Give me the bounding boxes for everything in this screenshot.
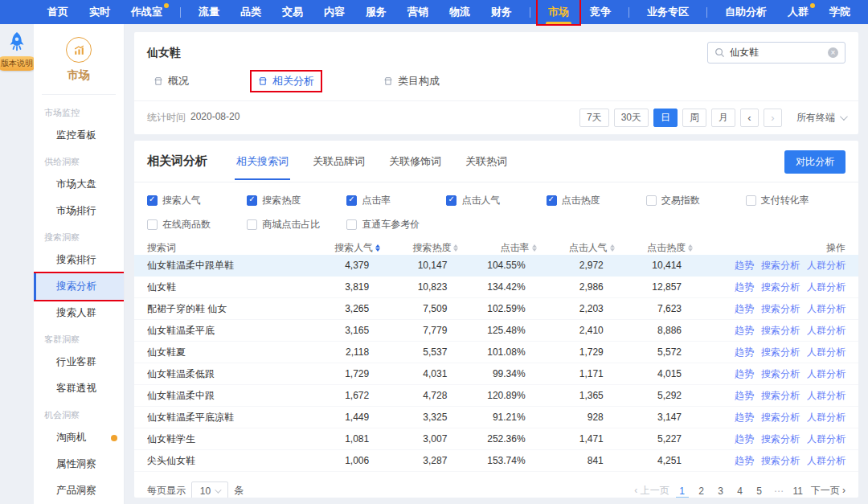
sidebar-item[interactable]: 产品洞察 [34, 477, 124, 504]
version-note-badge[interactable]: 版本说明 [0, 56, 37, 71]
crowd-analysis-link[interactable]: 人群分析 [807, 432, 845, 446]
metric-checkbox-item[interactable]: 搜索热度 [247, 194, 346, 207]
analysis-tab[interactable]: 相关搜索词 [235, 153, 290, 180]
analysis-tab[interactable]: 关联热词 [464, 153, 509, 180]
crowd-analysis-link[interactable]: 人群分析 [807, 324, 845, 338]
checkbox-icon[interactable] [147, 195, 158, 206]
topnav-item[interactable]: 品类 [230, 0, 272, 24]
prev-page-button[interactable]: ‹ 上一页 [634, 484, 669, 498]
table-column-header[interactable]: 点击率 [468, 241, 546, 255]
date-range-button[interactable]: 7天 [579, 109, 609, 127]
topnav-item[interactable]: 营销 [397, 0, 439, 24]
sort-caret-icon[interactable] [532, 244, 537, 252]
crowd-analysis-link[interactable]: 人群分析 [807, 367, 845, 381]
search-analysis-link[interactable]: 搜索分析 [761, 411, 800, 424]
search-analysis-link[interactable]: 搜索分析 [761, 454, 800, 468]
topnav-item[interactable]: 物流 [439, 0, 481, 24]
checkbox-icon[interactable] [147, 219, 158, 230]
metric-checkbox-item[interactable]: 交易指数 [646, 194, 746, 207]
sidebar-item[interactable]: 搜索排行 [34, 247, 124, 273]
sort-caret-icon[interactable] [610, 244, 615, 252]
topnav-item[interactable]: 自助分析 [714, 0, 777, 24]
table-column-header[interactable]: 搜索人气 [312, 241, 390, 255]
topnav-item[interactable]: 人群 [777, 0, 819, 24]
topnav-item[interactable] [180, 7, 181, 18]
checkbox-icon[interactable] [446, 195, 457, 206]
search-analysis-link[interactable]: 搜索分析 [761, 346, 800, 359]
metric-checkbox-item[interactable]: 直通车参考价 [346, 218, 446, 232]
metric-checkbox-item[interactable]: 点击热度 [547, 194, 646, 207]
clear-search-icon[interactable]: × [828, 47, 838, 58]
date-range-button[interactable]: 30天 [614, 109, 649, 127]
compare-analysis-button[interactable]: 对比分析 [784, 150, 845, 174]
trend-link[interactable]: 趋势 [735, 454, 754, 468]
topnav-item[interactable] [530, 7, 530, 18]
trend-link[interactable]: 趋势 [735, 346, 754, 359]
page-number[interactable]: 5 [753, 484, 766, 498]
metric-checkbox-item[interactable]: 商城点击占比 [247, 218, 346, 232]
crowd-analysis-link[interactable]: 人群分析 [807, 302, 845, 316]
topnav-item[interactable]: 首页 [37, 0, 79, 24]
checkbox-icon[interactable] [247, 219, 257, 230]
next-date-button[interactable]: › [764, 109, 782, 127]
page-tab[interactable]: 概况 [147, 72, 195, 91]
sidebar-item[interactable]: 供给洞察 [34, 149, 124, 171]
trend-link[interactable]: 趋势 [735, 432, 754, 446]
analysis-tab[interactable]: 关联修饰词 [387, 153, 443, 180]
checkbox-icon[interactable] [247, 195, 257, 206]
topnav-item[interactable] [706, 7, 707, 18]
topnav-item[interactable]: 财务 [481, 0, 522, 24]
sidebar-item[interactable]: 市场监控 [34, 100, 124, 122]
search-analysis-link[interactable]: 搜索分析 [761, 259, 800, 272]
metric-checkbox-item[interactable]: 在线商品数 [147, 218, 247, 232]
crowd-analysis-link[interactable]: 人群分析 [807, 389, 845, 403]
sidebar-item[interactable]: 客群透视 [34, 375, 124, 402]
crowd-analysis-link[interactable]: 人群分析 [807, 454, 845, 468]
metric-checkbox-item[interactable]: 搜索人气 [147, 194, 247, 207]
sort-caret-icon[interactable] [375, 244, 380, 252]
page-tab[interactable]: 类目构成 [377, 72, 446, 91]
topnav-item[interactable]: 市场 [538, 0, 579, 24]
trend-link[interactable]: 趋势 [735, 259, 754, 272]
terminal-dropdown[interactable]: 所有终端 [796, 111, 845, 125]
page-number[interactable]: ⋯ [772, 484, 785, 498]
topnav-item[interactable]: 业务专区 [637, 0, 699, 24]
trend-link[interactable]: 趋势 [735, 324, 754, 338]
topnav-item[interactable]: 实时 [79, 0, 121, 24]
search-analysis-link[interactable]: 搜索分析 [761, 389, 800, 403]
trend-link[interactable]: 趋势 [735, 367, 754, 381]
page-number[interactable]: 2 [695, 484, 708, 498]
table-column-header[interactable]: 搜索词 [147, 241, 312, 255]
metric-checkbox-item[interactable]: 支付转化率 [746, 194, 845, 207]
page-number[interactable]: 4 [734, 484, 747, 498]
sidebar-item[interactable]: 客群洞察 [34, 326, 124, 349]
date-range-button[interactable]: 日 [653, 109, 678, 127]
trend-link[interactable]: 趋势 [735, 411, 754, 424]
sidebar-item[interactable]: 市场排行 [34, 198, 124, 224]
sidebar-item[interactable]: 淘商机 [34, 424, 124, 451]
topnav-item[interactable]: 作战室 [121, 0, 173, 24]
page-number[interactable]: 1 [676, 484, 689, 498]
search-analysis-link[interactable]: 搜索分析 [761, 324, 800, 338]
table-column-header[interactable]: 搜索热度 [390, 241, 468, 255]
crowd-analysis-link[interactable]: 人群分析 [807, 411, 845, 424]
metric-checkbox-item[interactable]: 点击人气 [446, 194, 546, 207]
sidebar-item[interactable]: 搜索人群 [34, 300, 124, 326]
date-range-button[interactable]: 月 [711, 109, 735, 127]
sidebar-item[interactable]: 搜索洞察 [34, 224, 124, 247]
table-column-header[interactable]: 操作 [702, 241, 845, 255]
crowd-analysis-link[interactable]: 人群分析 [807, 259, 845, 272]
table-column-header[interactable]: 点击热度 [624, 241, 702, 255]
table-column-header[interactable]: 点击人气 [547, 241, 624, 255]
trend-link[interactable]: 趋势 [735, 302, 754, 316]
topnav-item[interactable]: 流量 [188, 0, 230, 24]
topnav-item[interactable]: 竞争 [579, 0, 621, 24]
search-analysis-link[interactable]: 搜索分析 [761, 432, 800, 446]
search-analysis-link[interactable]: 搜索分析 [761, 281, 800, 294]
sort-caret-icon[interactable] [453, 244, 458, 252]
topnav-item[interactable]: 学院 [819, 0, 861, 24]
checkbox-icon[interactable] [746, 195, 756, 206]
date-range-button[interactable]: 周 [682, 109, 706, 127]
sidebar-item[interactable]: 行业客群 [34, 349, 124, 375]
metric-checkbox-item[interactable]: 点击率 [346, 194, 446, 207]
